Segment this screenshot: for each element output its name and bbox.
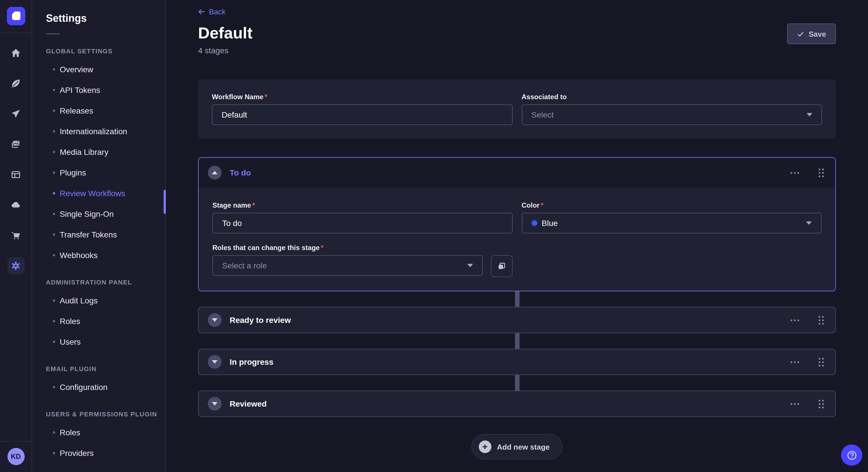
sidebar-item-audit-logs[interactable]: Audit Logs: [32, 290, 165, 311]
save-button[interactable]: Save: [787, 24, 836, 44]
associated-to-field: Associated to Select: [522, 93, 822, 125]
more-options-icon[interactable]: [788, 359, 801, 365]
subnav-scroll-thumb[interactable]: [164, 190, 166, 214]
bullet-icon: [53, 386, 55, 388]
releases-icon[interactable]: [7, 105, 24, 122]
apply-to-all-stages-button[interactable]: [491, 255, 513, 277]
content-type-builder-icon[interactable]: [7, 166, 24, 183]
bullet-icon: [53, 130, 55, 133]
stage-roles-placeholder: Select a role: [222, 261, 267, 270]
sidebar-item-plugins[interactable]: Plugins: [32, 162, 165, 183]
sidebar-item-review-workflows[interactable]: Review Workflows: [32, 183, 165, 204]
sidebar-item-overview[interactable]: Overview: [32, 59, 165, 80]
sidebar-item-label: API Tokens: [60, 86, 100, 95]
drag-handle-icon[interactable]: [816, 166, 826, 179]
sidebar-item-transfer-tokens[interactable]: Transfer Tokens: [32, 224, 165, 245]
associated-to-placeholder: Select: [531, 110, 554, 119]
sidebar-title: Settings: [46, 12, 165, 25]
sidebar-item-label: Audit Logs: [60, 296, 98, 305]
chevron-down-icon: [212, 402, 218, 405]
deploy-icon[interactable]: [7, 196, 24, 213]
stage-name-label: Stage name: [212, 201, 513, 209]
collapse-stage-button[interactable]: [208, 166, 222, 179]
chevron-down-icon: [807, 113, 812, 116]
user-avatar[interactable]: KD: [7, 448, 24, 465]
stage-count: 4 stages: [198, 46, 836, 55]
sidebar-item-admin-roles[interactable]: Roles: [32, 311, 165, 332]
sidebar-section-admin-panel: ADMINISTRATION PANEL Audit Logs Roles Us…: [32, 279, 165, 352]
check-icon: [797, 30, 804, 38]
sidebar-item-single-sign-on[interactable]: Single Sign-On: [32, 204, 165, 224]
sidebar-item-label: Internationalization: [60, 127, 127, 136]
stage-roles-select[interactable]: Select a role: [212, 255, 483, 276]
chevron-down-icon: [212, 360, 218, 364]
workflow-name-field: Workflow Name: [212, 93, 513, 125]
bullet-icon: [53, 233, 55, 236]
content-manager-icon[interactable]: [7, 74, 24, 92]
sidebar-item-label: Media Library: [60, 147, 108, 157]
associated-to-select[interactable]: Select: [522, 104, 822, 125]
bullet-icon: [53, 151, 55, 153]
bullet-icon: [53, 431, 55, 434]
stage-connector: [515, 291, 519, 307]
media-library-icon[interactable]: [7, 135, 24, 153]
stage-color-select[interactable]: Blue: [522, 213, 822, 233]
save-label: Save: [809, 30, 826, 38]
sidebar-item-label: Plugins: [60, 168, 86, 177]
chevron-down-icon: [212, 318, 218, 322]
marketplace-icon[interactable]: [7, 227, 24, 244]
sidebar-item-configuration[interactable]: Configuration: [32, 377, 165, 398]
stage-card-in-progress[interactable]: In progress: [198, 349, 836, 375]
strapi-logo-glyph: [12, 11, 20, 20]
sidebar-item-label: Review Workflows: [60, 189, 125, 198]
bullet-icon: [53, 89, 55, 91]
sidebar-item-up-roles[interactable]: Roles: [32, 422, 165, 443]
stage-body-todo: Stage name Color Blue Roles that can cha…: [198, 188, 835, 291]
sidebar-item-label: Releases: [60, 106, 93, 115]
bullet-icon: [53, 299, 55, 302]
expand-stage-button[interactable]: [208, 313, 222, 327]
help-button[interactable]: [841, 444, 862, 466]
stage-roles-field: Roles that can change this stage Select …: [212, 244, 513, 277]
stage-header-todo[interactable]: To do: [198, 158, 835, 188]
sidebar-section-email-plugin: EMAIL PLUGIN Configuration: [32, 365, 165, 398]
drag-handle-icon[interactable]: [816, 397, 826, 410]
associated-to-label: Associated to: [522, 93, 822, 101]
stage-color-value: Blue: [541, 218, 558, 228]
expand-stage-button[interactable]: [208, 397, 222, 411]
sidebar-item-users[interactable]: Users: [32, 332, 165, 352]
bullet-icon: [53, 171, 55, 174]
more-options-icon[interactable]: [788, 317, 801, 323]
chevron-down-icon: [806, 222, 812, 225]
strapi-logo[interactable]: [7, 7, 25, 25]
stage-name-field: Stage name: [212, 201, 513, 233]
duplicate-icon: [497, 262, 506, 271]
stage-name-input[interactable]: [212, 213, 513, 233]
add-stage-label: Add new stage: [497, 442, 550, 451]
settings-icon[interactable]: [7, 257, 24, 274]
more-options-icon[interactable]: [788, 169, 801, 176]
bullet-icon: [53, 452, 55, 454]
sidebar-item-releases[interactable]: Releases: [32, 100, 165, 121]
back-arrow-icon: [198, 8, 206, 15]
drag-handle-icon[interactable]: [816, 355, 826, 369]
sidebar-item-webhooks[interactable]: Webhooks: [32, 245, 165, 266]
bullet-icon: [53, 213, 55, 215]
sidebar-item-label: Overview: [60, 65, 93, 74]
sidebar-section-global: GLOBAL SETTINGS Overview API Tokens Rele…: [32, 47, 165, 266]
drag-handle-icon[interactable]: [816, 313, 826, 327]
workflow-name-input[interactable]: [212, 104, 513, 125]
bullet-icon: [53, 341, 55, 343]
back-link[interactable]: Back: [198, 7, 226, 16]
stage-card-ready-to-review[interactable]: Ready to review: [198, 307, 836, 333]
sidebar-item-media-library[interactable]: Media Library: [32, 142, 165, 162]
home-icon[interactable]: [7, 44, 24, 61]
add-new-stage-button[interactable]: + Add new stage: [471, 434, 563, 460]
stage-card-reviewed[interactable]: Reviewed: [198, 391, 836, 417]
sidebar-item-api-tokens[interactable]: API Tokens: [32, 80, 165, 100]
plus-icon: +: [478, 440, 491, 453]
sidebar-item-internationalization[interactable]: Internationalization: [32, 121, 165, 142]
sidebar-item-providers[interactable]: Providers: [32, 443, 165, 463]
expand-stage-button[interactable]: [208, 355, 222, 369]
more-options-icon[interactable]: [788, 401, 801, 407]
